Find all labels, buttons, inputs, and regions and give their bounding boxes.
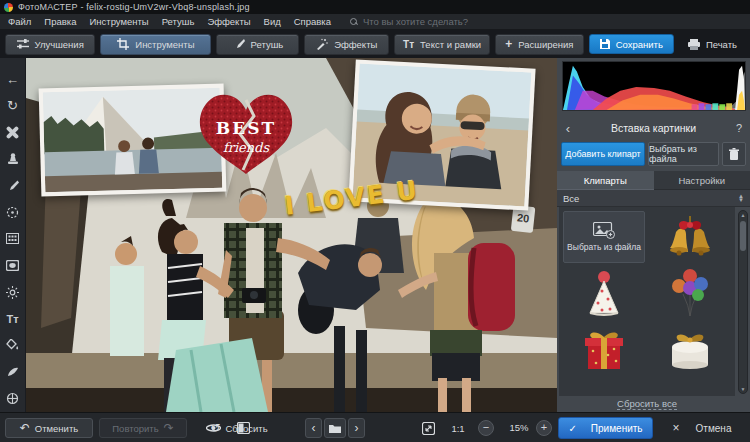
folder-icon (329, 424, 341, 433)
main-area: ← ↻ Tт (0, 58, 750, 412)
tab-label: Инструменты (135, 39, 194, 50)
clipart-category-select[interactable]: Все ▲▼ (557, 190, 750, 207)
open-folder-button[interactable] (324, 418, 346, 438)
tool-fill[interactable] (0, 332, 26, 359)
spinner-arrows-icon[interactable]: ▲▼ (738, 194, 744, 202)
tool-stamp[interactable] (0, 146, 26, 173)
redo-button[interactable]: Повторить ↷ (99, 418, 187, 438)
clipart-red-item[interactable] (563, 379, 645, 396)
tool-healing[interactable] (0, 119, 26, 146)
balloons-clipart-icon (667, 268, 713, 318)
clipart-red-gift[interactable] (563, 323, 645, 375)
tab-effects[interactable]: Эффекты (304, 34, 389, 55)
scroll-down-icon[interactable]: ▼ (739, 386, 747, 392)
prev-photo-button[interactable]: ‹ (305, 418, 322, 438)
scroll-up-icon[interactable]: ▲ (739, 212, 747, 218)
quick-search[interactable] (350, 16, 523, 27)
search-icon (350, 18, 358, 26)
menu-file[interactable]: Файл (8, 16, 31, 27)
zoom-out-button[interactable]: − (478, 420, 494, 436)
tool-grid[interactable] (0, 226, 26, 253)
tab-enhance[interactable]: Улучшения (5, 34, 95, 55)
delete-clipart-button[interactable] (722, 142, 746, 166)
zoom-in-button[interactable]: + (536, 420, 552, 436)
bottom-bar: ↶ Отменить Повторить ↷ ↺ Сбросить ‹ › (0, 412, 750, 442)
clipart-white-gift[interactable] (649, 323, 731, 375)
tab-text-frames[interactable]: Tт Текст и рамки (394, 34, 490, 55)
tool-brush[interactable] (0, 172, 26, 199)
tab-settings[interactable]: Настройки (654, 171, 750, 190)
tool-target[interactable] (0, 385, 26, 412)
brush-icon (233, 38, 245, 50)
fit-to-screen-button[interactable] (416, 418, 440, 438)
search-input[interactable] (363, 16, 523, 27)
tab-tools[interactable]: Инструменты (100, 34, 211, 55)
clipart-grid: Выбрать из файла (559, 207, 735, 396)
clipart-bells[interactable] (649, 211, 731, 263)
clipart-balloons[interactable] (649, 267, 731, 319)
radial-icon (6, 206, 19, 219)
reset-all-link[interactable]: Сбросить все (557, 398, 737, 409)
tab-cliparts[interactable]: Клипарты (557, 171, 654, 190)
save-label: Сохранить (616, 39, 663, 50)
menu-help[interactable]: Справка (294, 16, 331, 27)
crop-icon (117, 38, 129, 50)
print-button[interactable]: Печать (680, 34, 745, 54)
photo-canvas[interactable]: 20 (26, 58, 557, 412)
save-button[interactable]: Сохранить (589, 34, 674, 54)
before-after-button[interactable] (230, 418, 256, 438)
clipart-party-hat[interactable] (563, 267, 645, 319)
choose-file-tile[interactable]: Выбрать из файла (563, 211, 645, 263)
choose-file-button[interactable]: Выбрать из файла (648, 142, 719, 166)
panel-header: ‹ Вставка картинки ? (557, 120, 750, 136)
clipart-scrollbar[interactable]: ▲ ▼ (738, 210, 748, 394)
red-clipart-icon (589, 385, 619, 396)
pen-icon (7, 180, 19, 192)
gold-clipart-icon (679, 385, 701, 396)
tool-back[interactable]: ← (0, 66, 26, 93)
tool-brightness[interactable] (0, 279, 26, 306)
rotate-icon: ↻ (7, 98, 18, 113)
next-photo-button[interactable]: › (348, 418, 365, 438)
tab-extensions[interactable]: + Расширения (495, 34, 584, 55)
add-clipart-button[interactable]: Добавить клипарт (561, 142, 645, 166)
best-friends-heart-clipart[interactable]: BEST friends (193, 88, 300, 178)
party-hat-clipart-icon (582, 269, 626, 317)
tool-radial-filter[interactable] (0, 199, 26, 226)
cancel-button[interactable]: × Отмена (658, 417, 746, 439)
left-toolbar: ← ↻ Tт (0, 58, 26, 412)
compare-split-icon (237, 422, 250, 434)
scrollbar-thumb[interactable] (740, 221, 746, 251)
plus-icon: + (505, 37, 512, 51)
undo-button[interactable]: ↶ Отменить (5, 418, 93, 438)
tool-vignette[interactable] (0, 252, 26, 279)
redo-label: Повторить (112, 423, 158, 434)
tool-curves[interactable] (0, 359, 26, 386)
minus-icon: − (483, 421, 489, 433)
tab-label: Эффекты (334, 39, 377, 50)
tool-rotate[interactable]: ↻ (0, 93, 26, 120)
panel-title: Вставка картинки (579, 122, 728, 134)
panel-help-button[interactable]: ? (728, 122, 750, 134)
chevron-left-icon: ‹ (312, 422, 316, 434)
tool-text[interactable]: Tт (0, 305, 26, 332)
zoom-100-button[interactable]: 1:1 (444, 418, 472, 438)
tab-retouch[interactable]: Ретушь (216, 34, 299, 55)
preview-original-button[interactable] (200, 418, 226, 438)
menu-effects[interactable]: Эффекты (207, 16, 250, 27)
fit-screen-icon (422, 422, 435, 435)
clipart-gold-item[interactable] (649, 379, 731, 396)
apply-button[interactable]: ✓ Применить (558, 417, 653, 439)
menu-view[interactable]: Вид (264, 16, 281, 27)
eye-icon (206, 423, 221, 433)
bells-clipart-icon (666, 214, 714, 260)
menu-edit[interactable]: Правка (44, 16, 76, 27)
sun-icon (6, 286, 19, 299)
selected-category: Все (563, 193, 738, 204)
text-icon: Tт (403, 39, 414, 50)
text-icon: Tт (6, 313, 18, 325)
panel-back-button[interactable]: ‹ (557, 121, 579, 136)
menu-retouch[interactable]: Ретушь (162, 16, 195, 27)
grid-icon (6, 233, 19, 244)
menu-tools[interactable]: Инструменты (89, 16, 148, 27)
